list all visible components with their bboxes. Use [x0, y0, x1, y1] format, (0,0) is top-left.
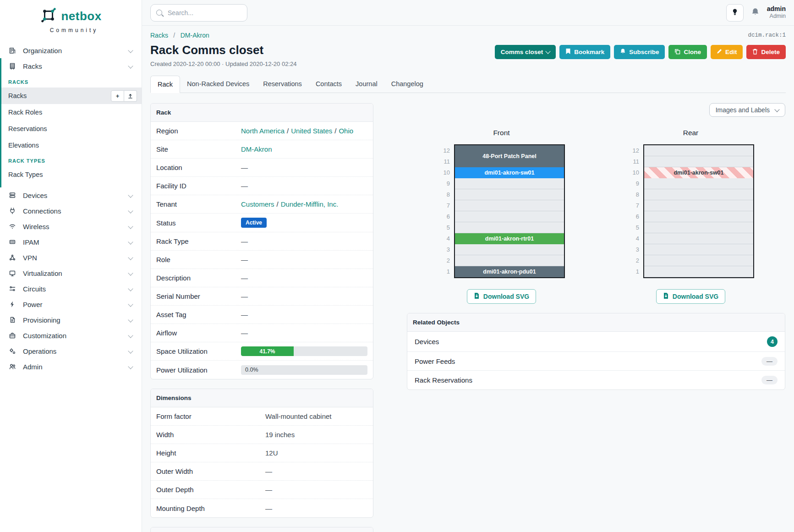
- rack-unit-empty: [455, 211, 564, 222]
- clone-button[interactable]: Clone: [668, 45, 707, 59]
- empty-value: —: [761, 357, 778, 366]
- chevron-down-icon: [128, 317, 133, 322]
- elevation-display-select[interactable]: Images and Labels: [709, 103, 785, 117]
- add-rack-button[interactable]: +: [111, 90, 124, 102]
- sidebar-item-label: Wireless: [23, 223, 49, 230]
- circuit-icon: [8, 285, 16, 293]
- rack-device[interactable]: dmi01-akron-sw01: [644, 167, 753, 178]
- rack-unit-number: 2: [438, 255, 450, 266]
- related-row-power-feeds[interactable]: Power Feeds —: [407, 352, 785, 371]
- sidebar-item-rack-roles[interactable]: Rack Roles: [1, 104, 142, 121]
- download-svg-rear-button[interactable]: Download SVG: [656, 289, 725, 304]
- racks-nav-group: Racks RACKS Racks +: [0, 58, 142, 187]
- region-link[interactable]: United States: [291, 127, 332, 135]
- tab-changelog[interactable]: Changelog: [384, 76, 430, 93]
- bookmark-button[interactable]: Bookmark: [559, 45, 610, 59]
- sidebar-item-reservations[interactable]: Reservations: [1, 121, 142, 137]
- server-icon: [8, 191, 16, 199]
- edit-button[interactable]: Edit: [711, 45, 743, 59]
- tenant-group-link[interactable]: Customers: [241, 200, 274, 208]
- sidebar-item-connections[interactable]: Connections: [0, 203, 142, 219]
- related-row-rack-reservations[interactable]: Rack Reservations —: [407, 371, 785, 389]
- user-menu[interactable]: admin Admin: [767, 5, 786, 20]
- related-row-devices[interactable]: Devices 4: [407, 332, 785, 352]
- field-row-rack-type: Rack Type —: [151, 232, 373, 251]
- rack-device[interactable]: dmi01-akron-sw01: [455, 167, 564, 178]
- tab-contacts[interactable]: Contacts: [309, 76, 349, 93]
- rack-unit-number: 3: [627, 244, 639, 255]
- breadcrumb-racks[interactable]: Racks: [150, 32, 168, 39]
- status-badge: Active: [241, 218, 267, 228]
- sidebar-item-label: Operations: [23, 347, 56, 355]
- rack-unit-number: 9: [438, 178, 450, 189]
- chevron-down-icon: [128, 224, 133, 229]
- file-download-icon: [663, 292, 669, 301]
- field-row-serial-number: Serial Number —: [151, 287, 373, 306]
- chevron-down-icon: [128, 333, 133, 338]
- bell-icon[interactable]: [751, 7, 760, 18]
- brand[interactable]: netbox Community: [0, 0, 142, 36]
- tab-rack[interactable]: Rack: [150, 76, 180, 93]
- search-icon: [156, 10, 162, 16]
- sidebar-item-circuits[interactable]: Circuits: [0, 281, 142, 296]
- field-row-form-factor: Form factor Wall-mounted cabinet: [151, 407, 373, 426]
- bolt-icon: [8, 300, 16, 308]
- rack-panel: Rack Region North America / United State…: [150, 103, 373, 379]
- rack-device[interactable]: dmi01-akron-pdu01: [455, 266, 564, 277]
- breadcrumb-site[interactable]: DM-Akron: [181, 32, 209, 39]
- sidebar-item-ipam[interactable]: IPAM: [0, 234, 142, 250]
- sidebar-item-label: Power: [23, 301, 43, 308]
- rack-device[interactable]: dmi01-akron-rtr01: [455, 233, 564, 244]
- sidebar-item-admin[interactable]: Admin: [0, 359, 142, 374]
- field-row-status: Status Active: [151, 214, 373, 232]
- field-row-asset-tag: Asset Tag —: [151, 306, 373, 324]
- rack-unit-number: 4: [438, 233, 450, 244]
- sidebar-item-power[interactable]: Power: [0, 296, 142, 312]
- search-input[interactable]: [167, 9, 241, 17]
- rack-device[interactable]: 48-Port Patch Panel: [455, 145, 564, 167]
- sidebar-item-racks-list[interactable]: Racks +: [1, 88, 142, 104]
- rack-unit-empty: [644, 189, 753, 200]
- tab-journal[interactable]: Journal: [349, 76, 384, 93]
- sidebar-item-label: VPN: [23, 254, 37, 262]
- delete-button[interactable]: Delete: [746, 45, 786, 59]
- sidebar-item-label: Devices: [23, 192, 47, 199]
- sidebar-item-operations[interactable]: Operations: [0, 343, 142, 359]
- gears-icon: [8, 347, 16, 355]
- sidebar-item-devices[interactable]: Devices: [0, 187, 142, 203]
- region-link[interactable]: North America: [241, 127, 285, 135]
- rack-unit-number: 10: [627, 167, 639, 178]
- sidebar-item-label: Organization: [23, 47, 62, 55]
- sidebar-item-label: IPAM: [23, 238, 39, 246]
- sidebar-item-racks[interactable]: Racks: [1, 58, 142, 74]
- site-link[interactable]: DM-Akron: [241, 145, 272, 153]
- tab-non-racked-devices[interactable]: Non-Racked Devices: [180, 76, 256, 93]
- sidebar-item-wireless[interactable]: Wireless: [0, 219, 142, 234]
- sidebar-item-elevations[interactable]: Elevations: [1, 137, 142, 154]
- monitor-icon: [8, 269, 16, 277]
- sidebar-item-vpn[interactable]: VPN: [0, 250, 142, 265]
- theme-toggle-button[interactable]: [726, 4, 744, 22]
- chevron-down-icon: [545, 49, 550, 54]
- download-svg-front-button[interactable]: Download SVG: [467, 289, 536, 304]
- global-search[interactable]: [150, 4, 247, 22]
- rack-state-dropdown[interactable]: Comms closet: [495, 45, 556, 59]
- rack-unit-empty: [644, 200, 753, 211]
- sidebar-nav: Organization Racks RACKS Racks +: [0, 43, 142, 374]
- sidebar-item-organization[interactable]: Organization: [0, 43, 142, 58]
- sidebar-item-virtualization[interactable]: Virtualization: [0, 265, 142, 281]
- front-rack-diagram: 48-Port Patch Paneldmi01-akron-sw01dmi01…: [454, 144, 565, 278]
- tab-reservations[interactable]: Reservations: [256, 76, 309, 93]
- region-link[interactable]: Ohio: [339, 127, 353, 135]
- chevron-down-icon: [128, 302, 133, 307]
- panel-title: Related Objects: [407, 313, 785, 332]
- rack-unit-empty: [455, 178, 564, 189]
- created-updated-meta: Created 2020-12-20 00:00 · Updated 2020-…: [150, 60, 296, 67]
- sidebar-item-provisioning[interactable]: Provisioning: [0, 312, 142, 328]
- chevron-down-icon: [128, 270, 133, 275]
- subscribe-button[interactable]: Subscribe: [614, 45, 665, 59]
- tenant-link[interactable]: Dunder-Mifflin, Inc.: [281, 200, 339, 208]
- sidebar-item-rack-types[interactable]: Rack Types: [1, 166, 142, 183]
- import-racks-button[interactable]: [124, 90, 137, 102]
- sidebar-item-customization[interactable]: Customization: [0, 328, 142, 343]
